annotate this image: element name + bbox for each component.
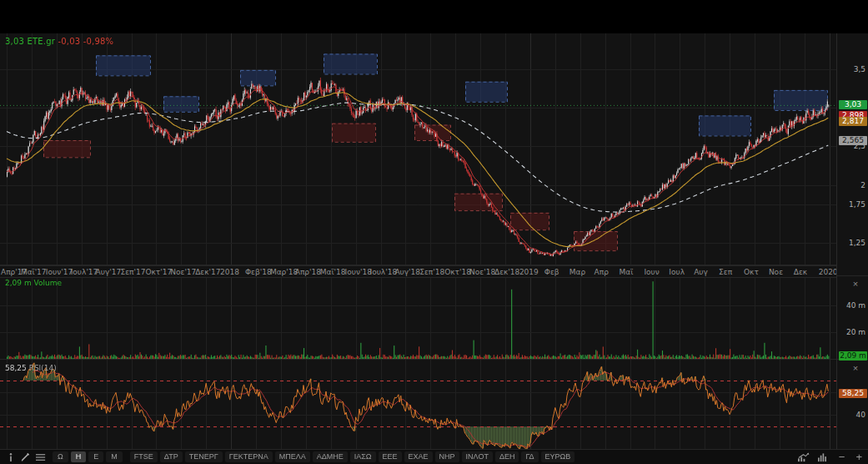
date-label: Ιουλ'18	[370, 268, 398, 276]
symbol-info: 3,03 ETE.gr -0,03 -0,98%	[5, 37, 113, 46]
price-change-percent: -0,98%	[83, 37, 114, 46]
ticker-button-ΔΤΡ[interactable]: ΔΤΡ	[160, 451, 183, 462]
ticker-button-ΙΝΛΟΤ[interactable]: ΙΝΛΟΤ	[462, 451, 493, 462]
timeframe-button-Μ[interactable]: Μ	[106, 451, 123, 462]
trading-chart-app: 3,03 ETE.gr -0,03 -0,98% 2,09 m Volume 5…	[0, 0, 868, 464]
date-label: Αυγ'17	[96, 268, 122, 276]
ticker-button-ΓΕΚΤΕΡΝΑ[interactable]: ΓΕΚΤΕΡΝΑ	[225, 451, 273, 462]
bottom-toolbar: ΩΗΕΜ FTSEΔΤΡΤΕΝΕΡΓΓΕΚΤΕΡΝΑΜΠΕΛΑΑΔΜΗΕΙΑΣΩ…	[0, 449, 868, 464]
ma-medium-tag: 2,817	[839, 117, 867, 126]
draw-tool-icon[interactable]	[19, 451, 32, 462]
volume-value: 2,09 m	[5, 279, 32, 287]
info-tool-icon[interactable]	[4, 451, 17, 462]
timeframe-button-Ε[interactable]: Ε	[88, 451, 103, 462]
ticker-button-ΕΥΡΩΒ[interactable]: ΕΥΡΩΒ	[541, 451, 575, 462]
ticker-button-ΑΔΜΗΕ[interactable]: ΑΔΜΗΕ	[313, 451, 348, 462]
ticker-button-ΓΔ[interactable]: ΓΔ	[521, 451, 538, 462]
ticker-button-ΜΠΕΛΑ[interactable]: ΜΠΕΛΑ	[275, 451, 310, 462]
timeframe-group: ΩΗΕΜ	[53, 451, 123, 462]
date-label: Μαϊ	[620, 268, 634, 276]
date-label: Ιουν'18	[345, 268, 372, 276]
date-label: 2019	[519, 268, 539, 276]
volume-tick-label: 20 m	[846, 328, 865, 336]
date-label: Νοε'17	[170, 268, 196, 276]
rsi-tick-label: 40	[856, 411, 865, 419]
date-label: Δεκ'18	[494, 268, 519, 276]
price-tick-label: 2	[860, 181, 865, 189]
top-bar	[0, 0, 868, 33]
price-tick-label: 1,25	[849, 239, 865, 247]
last-price-tag: 3,03	[839, 100, 867, 109]
zoom-out-button[interactable]: −	[837, 452, 847, 462]
price-volume-rsi-canvas[interactable]	[0, 33, 836, 449]
histogram-icon[interactable]	[817, 451, 830, 462]
toolbar-right-group: − +	[797, 451, 864, 462]
date-label: Μαρ	[569, 268, 585, 276]
price-tick-label: 3,5	[854, 65, 865, 73]
rsi-indicator-label: 58,25 RSI(14)	[5, 364, 57, 372]
date-label: Οκτ	[744, 268, 759, 276]
date-axis[interactable]: Απρ'17Μαϊ'17Ιουν'17Ιουλ'17Αυγ'17Σεπ'17Οκ…	[0, 265, 836, 278]
timeframe-button-Η[interactable]: Η	[71, 451, 87, 462]
date-label: Νοε'18	[469, 268, 495, 276]
volume-tick-label: 40 m	[846, 301, 865, 310]
date-label: 2020	[819, 268, 836, 276]
price-change: -0,03	[58, 37, 80, 46]
date-label: Ιουν	[644, 268, 659, 276]
date-label: Οκτ'18	[444, 268, 471, 276]
chart-type-icon[interactable]	[797, 451, 810, 462]
date-label: Δεκ'17	[195, 268, 220, 276]
rsi-tag: 58,25	[839, 389, 867, 398]
date-label: Αυγ	[694, 268, 708, 276]
date-label: Φεβ'18	[245, 268, 272, 276]
rsi-pane-close-icon[interactable]: ×	[850, 363, 860, 373]
ticker-button-ΤΕΝΕΡΓ[interactable]: ΤΕΝΕΡΓ	[185, 451, 223, 462]
timeframe-button-Ω[interactable]: Ω	[53, 451, 68, 462]
rsi-value: 58,25	[5, 364, 27, 372]
date-label: Σεπ'18	[419, 268, 444, 276]
ticker-button-ΔΕΗ[interactable]: ΔΕΗ	[495, 451, 519, 462]
date-label: Οκτ'17	[145, 268, 172, 276]
date-label: 2018	[220, 268, 239, 276]
volume-name: Volume	[34, 279, 62, 287]
date-label: Φεβ	[544, 268, 559, 276]
date-label: Δεκ	[794, 268, 807, 276]
ticker-group: FTSEΔΤΡΤΕΝΕΡΓΓΕΚΤΕΡΝΑΜΠΕΛΑΑΔΜΗΕΙΑΣΩΕΕΕΕΧ…	[130, 451, 575, 462]
last-price: 3,03	[5, 37, 24, 46]
date-label: Ιουλ'17	[71, 268, 98, 276]
zoom-in-button[interactable]: +	[854, 452, 864, 462]
date-label: Απρ'18	[295, 268, 321, 276]
date-label: Απρ	[595, 268, 609, 276]
symbol-name: ETE.gr	[27, 37, 55, 46]
date-label: Μαϊ'18	[320, 268, 346, 276]
ma-slow-tag: 2,565	[839, 136, 867, 145]
volume-indicator-label: 2,09 m Volume	[5, 279, 62, 287]
date-label: Αυγ'18	[394, 268, 420, 276]
date-label: Σεπ	[719, 268, 732, 276]
ticker-button-ΝΗΡ[interactable]: ΝΗΡ	[435, 451, 459, 462]
axis-separator	[837, 275, 868, 276]
price-tick-label: 1,75	[849, 200, 865, 209]
rsi-name: RSI(14)	[29, 364, 57, 372]
watchlist-tool-icon[interactable]	[34, 451, 47, 462]
date-label: Μαϊ'17	[21, 268, 47, 276]
date-label: Ιουν'17	[46, 268, 73, 276]
ticker-button-ΕΕΕ[interactable]: ΕΕΕ	[379, 451, 402, 462]
date-label: Ιουλ	[669, 268, 685, 276]
date-label: Μαρ'18	[270, 268, 298, 276]
ticker-button-ΙΑΣΩ[interactable]: ΙΑΣΩ	[350, 451, 376, 462]
price-axis[interactable]: 3,52,521,751,2540 m20 m60403,032,8982,81…	[836, 33, 868, 449]
ticker-button-FTSE[interactable]: FTSE	[130, 451, 158, 462]
ticker-button-ΕΧΑΕ[interactable]: ΕΧΑΕ	[404, 451, 433, 462]
volume-tag: 2,09 m	[839, 351, 867, 361]
volume-pane-close-icon[interactable]: ×	[850, 279, 860, 289]
date-label: Νοε	[769, 268, 783, 276]
date-label: Σεπ'17	[121, 268, 146, 276]
